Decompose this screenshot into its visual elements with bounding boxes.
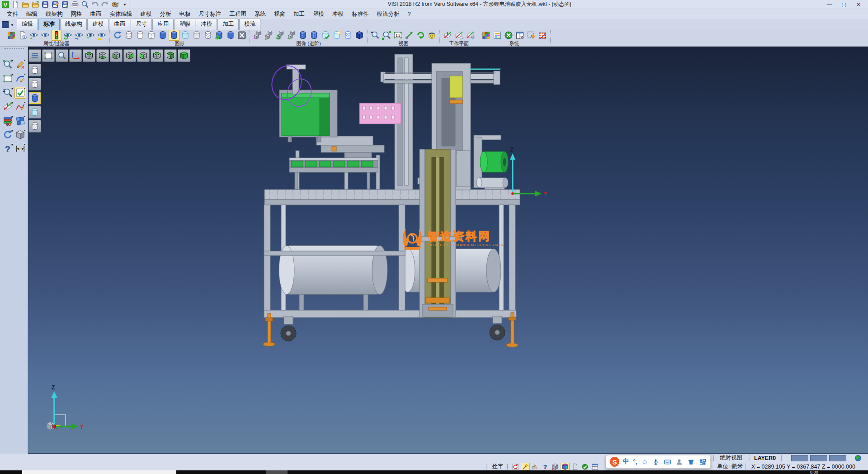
undo-icon[interactable] <box>90 0 99 9</box>
show-minus-icon[interactable]: ▬ <box>96 30 107 41</box>
help-icon[interactable]: ? <box>2 143 14 155</box>
view-axes-icon[interactable] <box>69 49 82 62</box>
show-plus-icon[interactable]: + <box>85 30 96 41</box>
redo-icon[interactable] <box>100 0 109 9</box>
ime-skin-icon[interactable] <box>687 458 695 466</box>
shade-wireframe-icon[interactable] <box>123 30 134 41</box>
zoom-extents-icon[interactable] <box>381 30 392 41</box>
sogou-logo-icon[interactable]: S <box>610 457 619 467</box>
view-back-icon[interactable] <box>151 49 163 62</box>
multi-window-icon[interactable] <box>590 463 599 470</box>
menu-item-16[interactable]: 标准件 <box>348 9 373 19</box>
menu-item-11[interactable]: 系统 <box>250 9 270 19</box>
maximize-button[interactable]: ▢ <box>841 1 847 8</box>
windows-taskbar[interactable]: 0.00 <box>0 470 868 474</box>
move-axes-icon[interactable] <box>2 101 14 113</box>
new-file-icon[interactable] <box>11 0 20 9</box>
solids-filter-icon[interactable] <box>264 30 274 41</box>
tab-2[interactable]: 线架构 <box>60 19 87 30</box>
close-button[interactable]: ✕ <box>855 1 862 8</box>
menu-item-8[interactable]: 电极 <box>175 9 195 19</box>
attribute-painter-icon[interactable] <box>6 30 17 41</box>
plane-view-icon[interactable] <box>2 73 14 85</box>
menu-item-3[interactable]: 网格 <box>67 9 86 19</box>
menu-item-6[interactable]: 建模 <box>137 9 156 19</box>
system-tools-icon[interactable] <box>503 30 514 41</box>
workplane-align-icon[interactable] <box>465 30 476 41</box>
tab-0[interactable]: 编辑 <box>17 19 38 30</box>
menu-item-4[interactable]: 曲面 <box>86 9 106 19</box>
menu-item-14[interactable]: 塑模 <box>309 9 328 19</box>
tab-4[interactable]: 曲面 <box>109 19 130 30</box>
menu-item-15[interactable]: 冲模 <box>328 9 348 19</box>
view-menu-icon[interactable] <box>28 49 41 62</box>
print-preview-icon[interactable] <box>80 0 90 9</box>
ime-emoji-icon[interactable]: ☺ <box>642 458 648 465</box>
shade-wireframe-2-icon[interactable] <box>135 30 146 41</box>
cylinder-axis-icon[interactable] <box>297 30 308 41</box>
cylinder-check-icon[interactable] <box>320 30 331 41</box>
history-icon[interactable] <box>110 0 119 9</box>
window-views-icon[interactable] <box>14 115 26 127</box>
view-fit-icon[interactable] <box>42 49 55 62</box>
ime-punct-icon[interactable]: °, <box>633 458 637 465</box>
menu-item-18[interactable]: ? <box>404 10 415 18</box>
cad-scene[interactable]: Z Y 智造资料网 INTELLIGENT MANUFACTURING DATA <box>28 47 868 454</box>
taskbar-window-segment[interactable] <box>22 470 176 474</box>
tabbar-dropdown-icon[interactable]: ▼ <box>10 23 14 27</box>
cylinder-striped-icon[interactable] <box>309 30 320 41</box>
panel-grip[interactable] <box>4 48 24 51</box>
zoom-arrow-icon[interactable] <box>404 30 415 41</box>
layer-indicator[interactable]: LAYER0 <box>754 454 776 462</box>
menu-item-5[interactable]: 实体编辑 <box>106 9 137 19</box>
taskbar-app-segment[interactable] <box>266 470 288 474</box>
layer-color-swatches[interactable] <box>791 454 848 462</box>
workplane-entity-icon[interactable] <box>453 30 464 41</box>
menu-item-2[interactable]: 线架构 <box>42 9 67 19</box>
snap-off-icon[interactable] <box>511 463 520 470</box>
edit-spline-icon[interactable] <box>14 101 26 113</box>
shade-solid-edges-icon[interactable] <box>169 30 179 41</box>
minimize-button[interactable]: — <box>826 1 833 8</box>
context-help-icon[interactable]: ? <box>541 463 550 470</box>
shade-solid-icon[interactable] <box>157 30 168 41</box>
regen-icon[interactable] <box>2 129 14 141</box>
tab-7[interactable]: 塑膜 <box>174 19 195 30</box>
view-zoom-icon[interactable] <box>56 49 68 62</box>
tab-6[interactable]: 应用 <box>152 19 174 30</box>
print-icon[interactable] <box>71 0 80 9</box>
doc-info-icon[interactable] <box>571 463 580 470</box>
menu-item-1[interactable]: 编辑 <box>22 9 42 19</box>
machine-model[interactable] <box>263 54 520 347</box>
absolute-view-label[interactable]: 绝对视图 <box>720 454 742 462</box>
save-as-icon[interactable] <box>51 0 60 9</box>
show-add-icon[interactable]: + <box>28 30 39 41</box>
lock-label[interactable]: 拴牢 <box>492 462 503 471</box>
shade-translucent-icon[interactable] <box>180 30 191 41</box>
view-observer-icon[interactable] <box>426 30 437 41</box>
solids-toggle-icon[interactable]: +/_ <box>286 30 297 41</box>
view-bottom-icon[interactable] <box>96 49 109 62</box>
solid-box-icon[interactable] <box>14 129 26 141</box>
zoom-plus-icon[interactable]: ± <box>2 87 14 99</box>
zoom-window-icon[interactable] <box>2 59 14 71</box>
shade-apply-icon[interactable]: → <box>225 30 236 41</box>
menu-item-0[interactable]: 文件 <box>3 9 22 19</box>
ok-accept-icon[interactable] <box>580 463 590 470</box>
menu-item-13[interactable]: 加工 <box>289 9 309 19</box>
ucs-cube-icon[interactable] <box>561 463 570 470</box>
edit-curve-icon[interactable] <box>14 73 26 85</box>
shade-refresh-icon[interactable] <box>214 30 225 41</box>
shade-hidden-line-icon[interactable] <box>146 30 157 41</box>
strip-hidden-icon[interactable] <box>28 78 41 90</box>
show-toggle-icon[interactable]: +/_ <box>74 30 85 41</box>
pick-hand-icon[interactable] <box>531 463 540 470</box>
globe-icon[interactable] <box>854 454 863 462</box>
solids-refresh-icon[interactable] <box>275 30 286 41</box>
snap-settings-icon[interactable] <box>526 30 537 41</box>
visi-logo-icon[interactable]: V <box>1 0 10 9</box>
menu-item-9[interactable]: 尺寸标注 <box>195 9 226 19</box>
ime-mode-icon[interactable]: 中 <box>623 458 629 466</box>
shade-hatched-icon[interactable] <box>203 30 213 41</box>
layer-swatch-0[interactable] <box>791 455 808 461</box>
